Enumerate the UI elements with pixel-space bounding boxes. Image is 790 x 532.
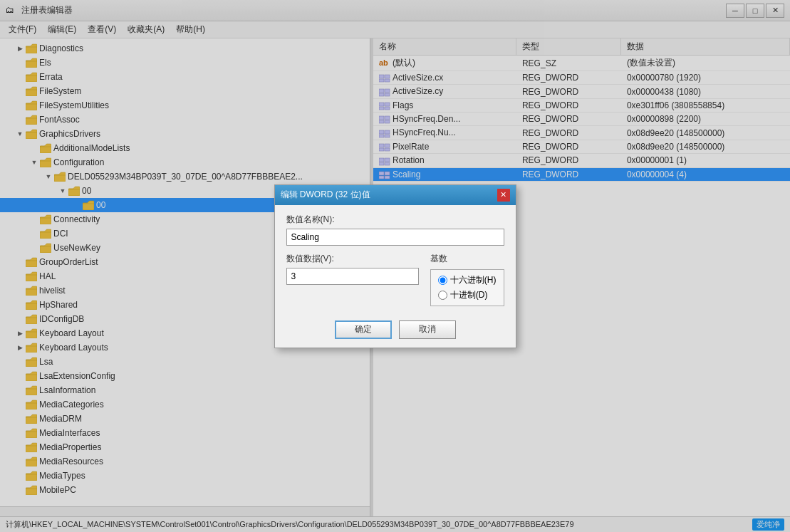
data-label: 数值数据(V): [286,253,419,265]
dec-label: 十进制(D) [450,289,488,301]
modal-footer: 确定 取消 [275,315,516,348]
value-input-group: 数值数据(V): [286,253,419,285]
modal-title-bar: 编辑 DWORD (32 位)值 ✕ [275,185,516,205]
hex-radio-item[interactable]: 十六进制(H) [438,274,497,286]
name-label: 数值名称(N): [286,214,504,226]
base-label: 基数 [430,253,504,265]
modal-title: 编辑 DWORD (32 位)值 [281,189,370,201]
modal-close-button[interactable]: ✕ [497,189,510,202]
cancel-button[interactable]: 取消 [399,320,456,339]
dec-radio-item[interactable]: 十进制(D) [438,289,497,301]
value-row: 数值数据(V): 基数 十六进制(H) 十进制(D) [286,253,504,306]
hex-radio[interactable] [438,276,447,285]
dec-radio[interactable] [438,291,447,300]
modal-body: 数值名称(N): 数值数据(V): 基数 十六进制(H) [275,205,516,315]
modal-overlay: 编辑 DWORD (32 位)值 ✕ 数值名称(N): 数值数据(V): 基数 [0,0,790,532]
data-input[interactable] [286,268,419,285]
radio-box: 十六进制(H) 十进制(D) [430,269,504,306]
edit-dword-modal: 编辑 DWORD (32 位)值 ✕ 数值名称(N): 数值数据(V): 基数 [274,184,516,348]
confirm-button[interactable]: 确定 [335,320,392,339]
name-input[interactable] [286,229,504,246]
hex-label: 十六进制(H) [450,274,497,286]
name-group: 数值名称(N): [286,214,504,246]
base-radio-group: 基数 十六进制(H) 十进制(D) [430,253,504,306]
